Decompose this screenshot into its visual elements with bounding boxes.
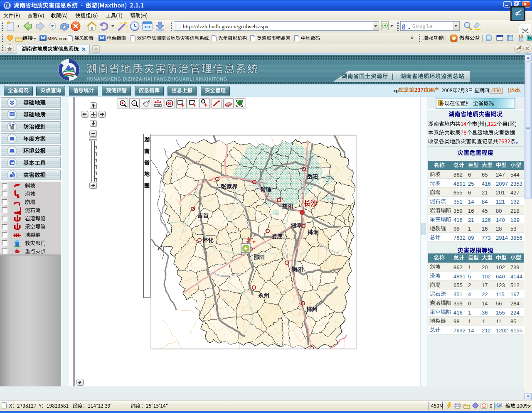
svg-text:S: S: [168, 101, 171, 106]
svg-text:?: ?: [157, 99, 159, 103]
